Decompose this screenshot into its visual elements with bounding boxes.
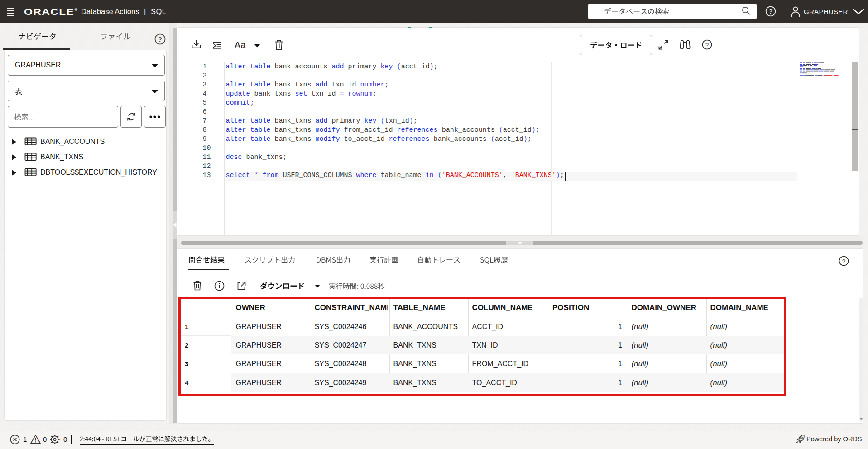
svg-text:?: ? [769,8,773,15]
svg-text:?: ? [158,36,162,43]
svg-text:?: ? [842,258,846,265]
svg-text:?: ? [705,42,709,48]
